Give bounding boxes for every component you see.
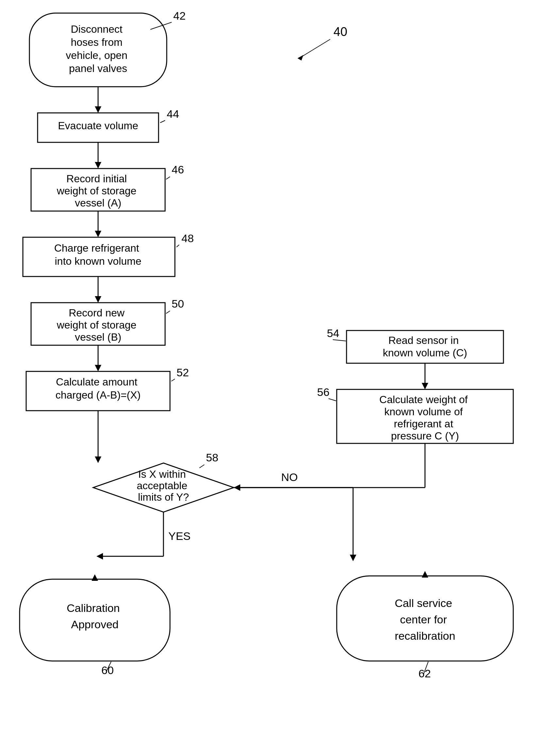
ref-58-label: 58: [206, 451, 219, 464]
ref-44-label: 44: [167, 108, 179, 120]
svg-line-8: [166, 177, 170, 179]
svg-marker-37: [422, 571, 428, 577]
ref-42-label: 42: [173, 9, 186, 22]
flowchart-diagram: 40 Disconnect hoses from vehicle, open p…: [0, 0, 560, 750]
svg-marker-13: [95, 296, 101, 303]
ref-56-label: 56: [317, 386, 330, 398]
svg-line-14: [166, 311, 170, 314]
svg-line-23: [329, 398, 336, 401]
svg-line-20: [333, 340, 346, 341]
svg-line-27: [200, 465, 204, 468]
ref-60-label: 60: [101, 664, 114, 676]
svg-marker-16: [95, 365, 101, 371]
no-label: NO: [281, 471, 298, 483]
node-58-label: Is X within acceptable limits of Y?: [137, 468, 190, 503]
svg-line-11: [177, 245, 179, 247]
svg-marker-4: [95, 106, 101, 113]
svg-marker-7: [95, 162, 101, 169]
yes-label: YES: [168, 530, 191, 542]
ref-48-label: 48: [182, 232, 194, 244]
svg-marker-1: [297, 55, 303, 61]
svg-marker-33: [350, 555, 356, 561]
svg-line-5: [160, 120, 165, 123]
svg-marker-30: [97, 553, 103, 559]
ref-54-label: 54: [327, 327, 339, 339]
ref-50-label: 50: [172, 297, 184, 310]
svg-line-0: [301, 39, 330, 57]
ref-52-label: 52: [177, 366, 189, 379]
svg-marker-35: [91, 574, 98, 581]
svg-line-17: [171, 379, 175, 381]
svg-marker-10: [95, 231, 101, 237]
node-62-label: Call service center for recalibration: [395, 597, 455, 642]
ref-46-label: 46: [172, 163, 184, 176]
node-44-label: Evacuate volume: [58, 120, 138, 132]
ref-40: 40: [333, 25, 347, 39]
ref-62-label: 62: [418, 667, 431, 680]
svg-marker-19: [95, 456, 101, 463]
svg-marker-22: [422, 383, 428, 389]
